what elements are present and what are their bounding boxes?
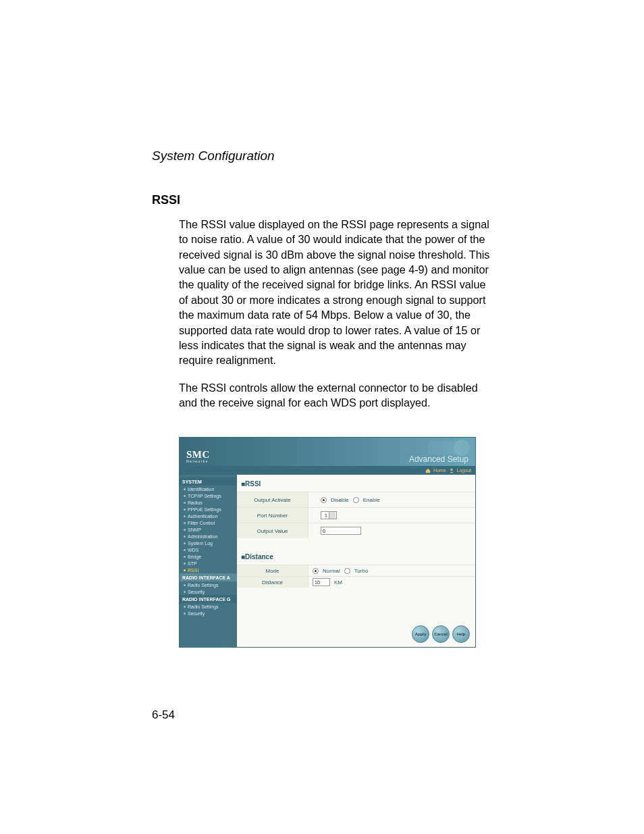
row-mode: Mode Normal Turbo: [237, 565, 475, 576]
help-button[interactable]: Help: [452, 625, 470, 643]
sidebar-item-radio-a-settings[interactable]: Radio Settings: [180, 581, 237, 588]
sidebar-item-stp[interactable]: STP: [180, 560, 237, 567]
content-pane: ■RSSI Output Activate Disable Enable Por…: [237, 475, 475, 647]
tab-bar: Home Logout: [180, 466, 475, 475]
label-port-number: Port Number: [237, 508, 308, 523]
sidebar: SYSTEM Identification TCP/IP Settings Ra…: [180, 475, 237, 647]
panel-title-distance: ■Distance: [237, 548, 475, 565]
svg-rect-1: [428, 441, 462, 454]
radio-turbo[interactable]: [344, 568, 350, 574]
panel-title-rssi: ■RSSI: [237, 475, 475, 492]
action-buttons: Apply Cancel Help: [412, 625, 470, 643]
tab-logout[interactable]: Logout: [457, 468, 471, 473]
sidebar-group-radio-a: RADIO INTERFACE A: [180, 573, 237, 581]
svg-point-2: [450, 469, 452, 471]
app-topbar: SMC Networks Advanced Setup: [180, 438, 475, 466]
section-header: System Configuration: [152, 149, 492, 163]
sidebar-item-rssi[interactable]: RSSI: [180, 567, 237, 573]
sidebar-item-administration[interactable]: Administration: [180, 533, 237, 540]
radio-disable-label: Disable: [331, 497, 349, 503]
select-port-number[interactable]: 1: [321, 511, 337, 519]
sidebar-item-system-log[interactable]: System Log: [180, 540, 237, 546]
sidebar-item-radio-g-settings[interactable]: Radio Settings: [180, 603, 237, 610]
sidebar-item-wds[interactable]: WDS: [180, 546, 237, 553]
radio-disable[interactable]: [321, 497, 327, 503]
sidebar-item-tcpip[interactable]: TCP/IP Settings: [180, 492, 237, 499]
page-heading: RSSI: [152, 193, 492, 207]
cancel-button[interactable]: Cancel: [432, 625, 450, 643]
sidebar-item-radio-g-security[interactable]: Security: [180, 610, 237, 617]
radio-normal-label: Normal: [323, 568, 340, 574]
logo-subtext: Networks: [186, 460, 210, 463]
home-icon[interactable]: [425, 468, 431, 473]
radio-enable-label: Enable: [363, 497, 380, 503]
body-paragraph-2: The RSSI controls allow the external con…: [179, 380, 492, 411]
sidebar-item-filter-control[interactable]: Filter Control: [180, 519, 237, 526]
tab-home[interactable]: Home: [433, 468, 446, 473]
radio-normal[interactable]: [313, 568, 319, 574]
sidebar-item-bridge[interactable]: Bridge: [180, 553, 237, 560]
row-output-activate: Output Activate Disable Enable: [237, 492, 475, 507]
sidebar-item-pppoe[interactable]: PPPoE Settings: [180, 506, 237, 513]
logo-text: SMC: [186, 450, 210, 460]
label-mode: Mode: [237, 565, 308, 576]
sidebar-item-snmp[interactable]: SNMP: [180, 526, 237, 533]
sidebar-item-radio-a-security[interactable]: Security: [180, 588, 237, 595]
radio-enable[interactable]: [353, 497, 359, 503]
input-output-value[interactable]: 0: [321, 527, 361, 535]
label-output-activate: Output Activate: [237, 492, 308, 507]
sidebar-item-identification[interactable]: Identification: [180, 486, 237, 492]
label-distance: Distance: [237, 577, 308, 588]
sidebar-group-radio-g: RADIO INTERFACE G: [180, 595, 237, 603]
sidebar-item-authentication[interactable]: Authentication: [180, 513, 237, 519]
sidebar-group-system: SYSTEM: [180, 477, 237, 486]
body-paragraph-1: The RSSI value displayed on the RSSI pag…: [179, 217, 492, 368]
distance-unit: KM: [334, 579, 342, 585]
apply-button[interactable]: Apply: [412, 625, 429, 643]
logout-icon[interactable]: [449, 468, 454, 473]
sidebar-item-radius[interactable]: Radius: [180, 499, 237, 506]
input-distance[interactable]: 10: [313, 578, 330, 586]
page-number: 6-54: [152, 708, 492, 722]
logo: SMC Networks: [180, 446, 215, 466]
row-distance: Distance 10 KM: [237, 576, 475, 588]
embedded-screenshot: SMC Networks Advanced Setup Home Logout: [179, 437, 476, 648]
row-output-value: Output Value 0: [237, 523, 475, 538]
row-port-number: Port Number 1: [237, 507, 475, 523]
radio-turbo-label: Turbo: [354, 568, 369, 574]
label-output-value: Output Value: [237, 523, 308, 538]
decorative-graphic: [421, 438, 475, 458]
